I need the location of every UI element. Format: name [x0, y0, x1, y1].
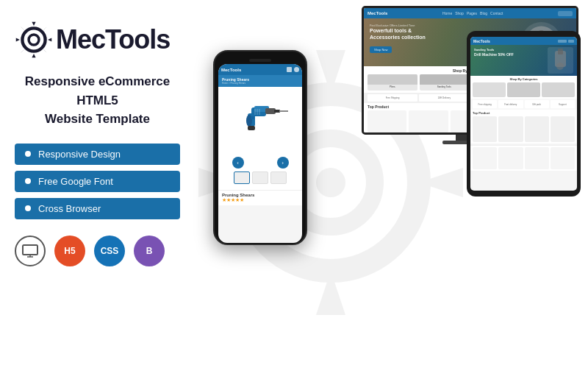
phone-thumbnails — [234, 171, 287, 184]
phone-product-info: Pruning Shears ★★★★★ — [218, 190, 302, 205]
tablet-header: MecTools — [470, 37, 577, 45]
tablet-tool-image — [548, 47, 573, 74]
thumb-2[interactable] — [252, 171, 268, 184]
feature-google-font: Free Google Font — [15, 171, 180, 192]
tablet-categories: Shop By Categories — [470, 76, 577, 99]
feature-responsive: Responsive Design — [15, 144, 180, 165]
svg-rect-12 — [558, 49, 563, 54]
phone-mockup: MecTools Pruning Shears Home > Pruning S… — [213, 50, 307, 249]
tablet-cat-2 — [507, 82, 540, 97]
svg-point-4 — [29, 35, 39, 45]
phone-drill-image — [233, 93, 288, 155]
prod-item-2 — [409, 110, 448, 132]
tablet-cat-3 — [542, 82, 575, 97]
tablet-prod-2 — [498, 116, 523, 142]
tablet-prod-8 — [551, 147, 575, 169]
svg-rect-22 — [248, 126, 255, 130]
logo-gear-icon — [15, 21, 53, 59]
features-list: Responsive Design Free Google Font Cross… — [15, 144, 180, 219]
tablet-screen: MecTools Sanding Tools Drill Machine 50%… — [470, 37, 577, 191]
tablet-prod-4 — [551, 116, 575, 142]
feature-label-browser: Cross Browser — [38, 203, 101, 214]
desktop-hero-text: Find Exclusive Offers Limited Time Power… — [370, 24, 426, 54]
prod-item-1 — [368, 110, 406, 132]
monitor-icon — [22, 244, 38, 258]
cat-item-2: Sanding Tools — [420, 74, 470, 91]
tablet-banner: Sanding Tools Drill Machine 50% OFF — [470, 45, 577, 76]
subtitle-block: Responsive eCommerce HTML5 Website Templ… — [15, 72, 180, 129]
subtitle-line1: Responsive eCommerce — [15, 72, 180, 91]
tablet-cat-1 — [473, 82, 506, 97]
svg-rect-18 — [274, 110, 280, 113]
subtitle-line2: HTML5 — [15, 91, 180, 110]
phone-header: MecTools — [218, 64, 302, 75]
tablet-products: Top Product — [470, 110, 577, 144]
phone-breadcrumb: Pruning Shears Home > Pruning Shears — [218, 75, 302, 87]
feature-dot-icon — [25, 205, 31, 211]
phone-cart-icon — [294, 67, 299, 72]
tablet-prod-3 — [525, 116, 549, 142]
monitor-badge — [15, 236, 46, 266]
feature-label-responsive: Responsive Design — [38, 149, 121, 160]
css3-badge: CSS — [94, 236, 125, 266]
thumb-3[interactable] — [270, 171, 287, 184]
tablet-prod-1 — [473, 116, 497, 142]
phone-notch — [249, 59, 271, 62]
feature-dot-icon — [25, 151, 31, 157]
tablet-products-2 — [470, 145, 577, 171]
tablet-prod-6 — [498, 147, 523, 169]
phone-nav-arrows: ‹ › — [232, 157, 289, 169]
cat-item-1: Pliers — [368, 74, 417, 91]
feature-dot-icon — [25, 178, 31, 184]
tablet-prod-7 — [525, 147, 549, 169]
desktop-nav: Home Shop Pages Blog Contact — [442, 11, 503, 15]
subtitle-line3: Website Template — [15, 110, 180, 129]
tablet-banner-text: Sanding Tools Drill Machine 50% OFF — [474, 48, 514, 57]
svg-point-13 — [556, 63, 564, 70]
phone-screen: MecTools Pruning Shears Home > Pruning S… — [218, 64, 302, 243]
feature-cross-browser: Cross Browser — [15, 198, 180, 219]
tech-badges: H5 CSS B — [15, 236, 180, 266]
tablet-prod-5 — [473, 147, 497, 169]
desktop-shop-btn[interactable]: Shop Now — [370, 46, 392, 53]
feature-label-font: Free Google Font — [38, 176, 113, 187]
prev-arrow[interactable]: ‹ — [232, 157, 244, 169]
tablet-features: Free shipping Fast delivery Gift pack Su… — [470, 99, 577, 110]
desktop-search-bar — [558, 11, 573, 16]
svg-rect-5 — [23, 245, 37, 255]
right-panel: MecTools Home Shop Pages Blog Contact Fi… — [191, 0, 588, 368]
logo-text: MecTools — [56, 24, 170, 55]
desktop-site-logo: MecTools — [368, 11, 387, 15]
next-arrow[interactable]: › — [277, 157, 289, 169]
svg-rect-17 — [265, 108, 276, 114]
thumb-1[interactable] — [234, 171, 250, 184]
svg-rect-21 — [251, 116, 254, 119]
html5-badge: H5 — [54, 236, 85, 266]
svg-point-3 — [22, 28, 45, 51]
tablet-mockup: MecTools Sanding Tools Drill Machine 50%… — [467, 31, 581, 200]
left-panel: MecTools Responsive eCommerce HTML5 Webs… — [0, 0, 195, 368]
logo-area: MecTools — [15, 21, 180, 59]
phone-menu-icon — [287, 67, 292, 72]
bootstrap-badge: B — [134, 236, 165, 266]
phone-product-area: ‹ › — [218, 87, 302, 190]
